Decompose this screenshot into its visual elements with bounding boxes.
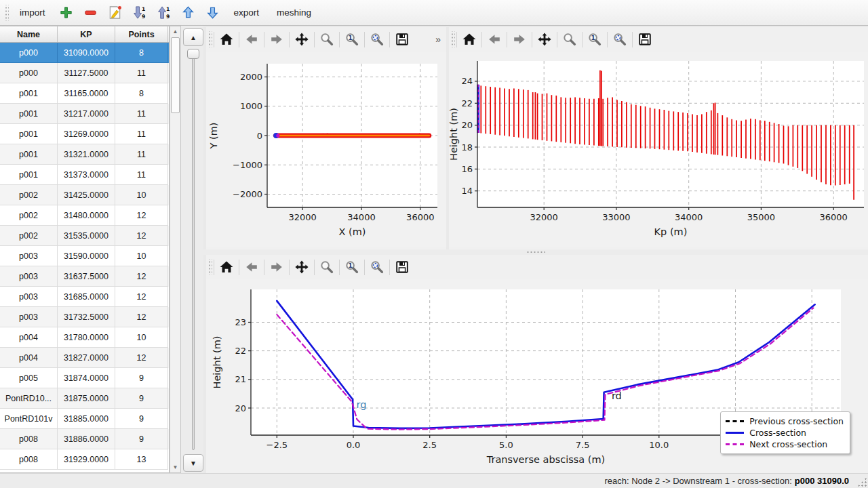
table-row[interactable]: p00131165.00008	[0, 83, 169, 104]
save-button[interactable]	[391, 257, 413, 277]
cell-name[interactable]: p002	[0, 205, 58, 226]
table-row[interactable]: p00131321.000011	[0, 144, 169, 165]
zoom-fit-button[interactable]	[366, 257, 388, 277]
cell-points[interactable]: 12	[115, 287, 168, 307]
cell-name[interactable]: p001	[0, 144, 58, 165]
cell-kp[interactable]: 31885.0000	[58, 409, 115, 429]
forward-button[interactable]	[266, 257, 288, 277]
sort-ascending-button[interactable]: 19	[154, 3, 174, 23]
nav-toolbar-handle[interactable]	[208, 31, 212, 47]
scrollbar-thumb[interactable]	[171, 37, 180, 113]
table-row[interactable]: p00431827.000012	[0, 348, 169, 368]
remove-cross-section-button[interactable]	[81, 3, 101, 23]
table-scrollbar[interactable]: ▲ ▼	[170, 26, 181, 473]
table-row[interactable]: p00031127.500011	[0, 63, 169, 83]
cell-name[interactable]: p001	[0, 124, 58, 144]
cell-points[interactable]: 11	[115, 144, 168, 165]
cell-name[interactable]: p004	[0, 348, 58, 368]
cell-kp[interactable]: 31827.0000	[58, 348, 115, 368]
section-previous-button[interactable]: ▲	[183, 28, 203, 46]
cell-name[interactable]: p004	[0, 327, 58, 348]
zoom-fit-button[interactable]	[609, 29, 631, 49]
cell-name[interactable]: p001	[0, 165, 58, 185]
pan-button[interactable]	[291, 257, 313, 277]
cell-points[interactable]: 8	[115, 83, 168, 104]
table-row[interactable]: p00831929.000013	[0, 449, 169, 470]
column-header-kp[interactable]: KP	[58, 26, 115, 42]
toolbar-drag-handle[interactable]	[4, 5, 9, 21]
table-row[interactable]: p00331637.500012	[0, 266, 169, 287]
zoom-one-button[interactable]: 1	[341, 29, 363, 49]
cell-points[interactable]: 12	[115, 226, 168, 246]
cell-points[interactable]: 9	[115, 409, 168, 429]
cell-name[interactable]: p003	[0, 307, 58, 327]
cell-name[interactable]: PontRD101v	[0, 409, 58, 429]
cell-points[interactable]: 13	[115, 449, 168, 470]
cell-kp[interactable]: 31874.0000	[58, 368, 115, 388]
save-button[interactable]	[634, 29, 656, 49]
sort-descending-button[interactable]: 19	[130, 3, 150, 23]
section-next-button[interactable]: ▼	[183, 454, 203, 472]
import-button[interactable]: import	[13, 5, 52, 20]
move-down-button[interactable]	[203, 3, 223, 23]
table-row[interactable]: p00131217.000011	[0, 104, 169, 124]
table-row[interactable]: p00131269.000011	[0, 124, 169, 144]
horizontal-splitter[interactable]	[203, 249, 868, 255]
home-button[interactable]	[216, 29, 237, 49]
cell-points[interactable]: 8	[115, 43, 168, 63]
cell-kp[interactable]: 31321.0000	[58, 144, 115, 165]
back-button[interactable]	[484, 29, 505, 49]
cell-kp[interactable]: 31269.0000	[58, 124, 115, 144]
home-button[interactable]	[458, 29, 480, 49]
cell-kp[interactable]: 31425.0000	[58, 185, 115, 205]
table-row[interactable]: p00231480.000012	[0, 205, 169, 226]
back-button[interactable]	[241, 29, 262, 49]
cell-points[interactable]: 12	[115, 205, 168, 226]
cell-name[interactable]: p000	[0, 63, 58, 83]
table-row[interactable]: p00331590.000010	[0, 246, 169, 266]
zoom-button[interactable]	[559, 29, 580, 49]
section-slider-track[interactable]	[192, 52, 195, 450]
cell-points[interactable]: 12	[115, 348, 168, 368]
move-up-button[interactable]	[178, 3, 199, 23]
cell-name[interactable]: p003	[0, 246, 58, 266]
zoom-button[interactable]	[316, 29, 338, 49]
cell-kp[interactable]: 31929.0000	[58, 449, 115, 470]
pan-button[interactable]	[291, 29, 313, 49]
cell-kp[interactable]: 31217.0000	[58, 104, 115, 124]
nav-toolbar-handle[interactable]	[450, 31, 455, 47]
cell-kp[interactable]: 31685.0000	[58, 287, 115, 307]
home-button[interactable]	[216, 257, 237, 277]
cell-points[interactable]: 9	[115, 368, 168, 388]
zoom-one-button[interactable]: 1	[584, 29, 606, 49]
column-header-name[interactable]: Name	[0, 26, 58, 42]
cell-kp[interactable]: 31127.5000	[58, 63, 115, 83]
cell-name[interactable]: p001	[0, 83, 58, 104]
table-row[interactable]: p00031090.00008	[0, 43, 169, 63]
forward-button[interactable]	[509, 29, 530, 49]
cell-points[interactable]: 12	[115, 307, 168, 327]
back-button[interactable]	[241, 257, 262, 277]
meshing-button[interactable]: meshing	[270, 5, 318, 20]
table-row[interactable]: p00431780.000010	[0, 327, 169, 348]
scroll-up-icon[interactable]: ▲	[170, 27, 180, 36]
zoom-button[interactable]	[316, 257, 338, 277]
cell-kp[interactable]: 31637.5000	[58, 266, 115, 287]
table-row[interactable]: p00231425.000010	[0, 185, 169, 205]
table-row[interactable]: p00231535.000012	[0, 226, 169, 246]
cell-kp[interactable]: 31732.5000	[58, 307, 115, 327]
zoom-one-button[interactable]: 1	[341, 257, 363, 277]
toolbar-overflow-chevron[interactable]: »	[435, 34, 445, 45]
cell-name[interactable]: p003	[0, 266, 58, 287]
longitudinal-plot[interactable]: 3200033000340003500036000141618202224Kp …	[449, 52, 868, 247]
cell-points[interactable]: 11	[115, 165, 168, 185]
zoom-fit-button[interactable]	[366, 29, 388, 49]
cell-name[interactable]: p002	[0, 226, 58, 246]
cell-kp[interactable]: 31886.0000	[58, 429, 115, 449]
cell-name[interactable]: p000	[0, 43, 58, 63]
cell-kp[interactable]: 31165.0000	[58, 83, 115, 104]
cell-name[interactable]: p008	[0, 449, 58, 470]
cell-name[interactable]: p002	[0, 185, 58, 205]
table-row[interactable]: PontRD10...31875.00009	[0, 388, 169, 409]
cell-points[interactable]: 11	[115, 63, 168, 83]
